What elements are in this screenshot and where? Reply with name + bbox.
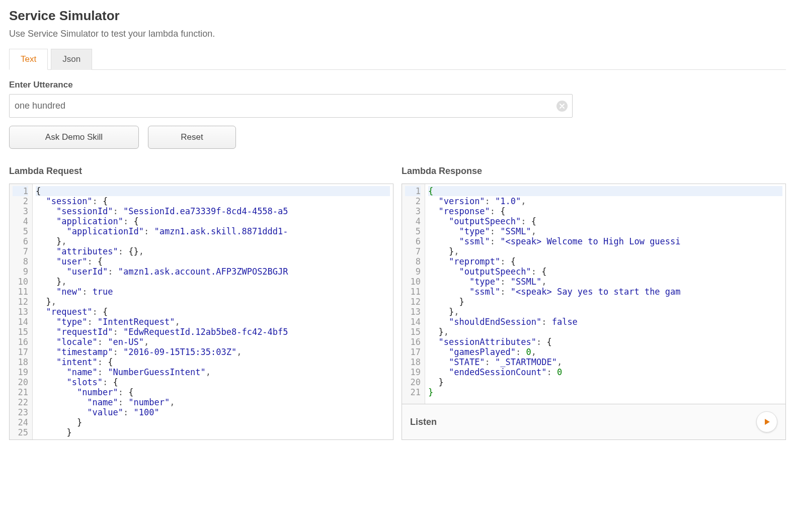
code-line: "sessionId": "SessionId.ea73339f-8cd4-45…: [36, 206, 390, 216]
code-line: "session": {: [36, 196, 390, 206]
code-line: },: [428, 246, 782, 256]
code-line: },: [428, 327, 782, 337]
reset-button[interactable]: Reset: [148, 126, 236, 149]
code-line: "userId": "amzn1.ask.account.AFP3ZWPOS2B…: [36, 267, 390, 277]
code-line: "gamesPlayed": 0,: [428, 347, 782, 357]
code-line: "STATE": "_STARTMODE",: [428, 357, 782, 367]
code-line: "attributes": {},: [36, 246, 390, 256]
code-line: "request": {: [36, 307, 390, 317]
code-line: "slots": {: [36, 377, 390, 387]
listen-label: Listen: [410, 417, 437, 427]
listen-bar: Listen: [402, 404, 786, 440]
code-line: }: [36, 427, 390, 437]
code-line: {: [428, 186, 782, 196]
code-line: },: [36, 297, 390, 307]
response-editor[interactable]: 123456789101112131415161718192021 { "ver…: [402, 184, 786, 404]
code-line: "applicationId": "amzn1.ask.skill.8871dd…: [36, 226, 390, 236]
code-line: "type": "SSML",: [428, 277, 782, 287]
code-line: "endedSessionCount": 0: [428, 367, 782, 377]
code-line: "outputSpeech": {: [428, 267, 782, 277]
response-title: Lambda Response: [402, 166, 786, 176]
code-line: "user": {: [36, 256, 390, 267]
code-line: }: [428, 297, 782, 307]
code-line: "reprompt": {: [428, 256, 782, 267]
code-line: "new": true: [36, 287, 390, 297]
request-title: Lambda Request: [9, 166, 393, 176]
code-line: {: [36, 186, 390, 196]
page-subtitle: Use Service Simulator to test your lambd…: [9, 29, 786, 39]
code-line: "number": {: [36, 387, 390, 397]
code-line: "name": "NumberGuessIntent",: [36, 367, 390, 377]
code-line: "value": "100": [36, 407, 390, 417]
code-line: "application": {: [36, 216, 390, 226]
code-line: "outputSpeech": {: [428, 216, 782, 226]
utterance-label: Enter Utterance: [9, 80, 786, 90]
request-editor[interactable]: 1234567891011121314151617181920212223242…: [9, 184, 393, 440]
page-title: Service Simulator: [9, 8, 786, 24]
play-icon: [763, 418, 771, 426]
tab-bar: TextJson: [9, 48, 786, 70]
clear-icon[interactable]: [556, 101, 568, 112]
code-line: "shouldEndSession": false: [428, 317, 782, 327]
code-line: },: [36, 236, 390, 246]
code-line: }: [36, 417, 390, 427]
code-line: },: [36, 277, 390, 287]
code-line: "intent": {: [36, 357, 390, 367]
ask-skill-button[interactable]: Ask Demo Skill: [9, 126, 139, 149]
code-line: }: [428, 387, 782, 397]
code-line: },: [428, 307, 782, 317]
code-line: "type": "SSML",: [428, 226, 782, 236]
tab-json[interactable]: Json: [51, 49, 92, 70]
code-line: "type": "IntentRequest",: [36, 317, 390, 327]
svg-marker-0: [765, 419, 770, 425]
play-button[interactable]: [756, 411, 777, 432]
code-line: "sessionAttributes": {: [428, 337, 782, 347]
code-line: "name": "number",: [36, 397, 390, 407]
code-line: }: [428, 377, 782, 387]
code-line: "version": "1.0",: [428, 196, 782, 206]
code-line: "timestamp": "2016-09-15T15:35:03Z",: [36, 347, 390, 357]
code-line: "requestId": "EdwRequestId.12ab5be8-fc42…: [36, 327, 390, 337]
code-line: "response": {: [428, 206, 782, 216]
code-line: "ssml": "<speak> Say yes to start the ga…: [428, 287, 782, 297]
code-line: "locale": "en-US",: [36, 337, 390, 347]
tab-text[interactable]: Text: [9, 49, 48, 70]
utterance-input[interactable]: [9, 94, 573, 118]
code-line: "ssml": "<speak> Welcome to High Low gue…: [428, 236, 782, 246]
